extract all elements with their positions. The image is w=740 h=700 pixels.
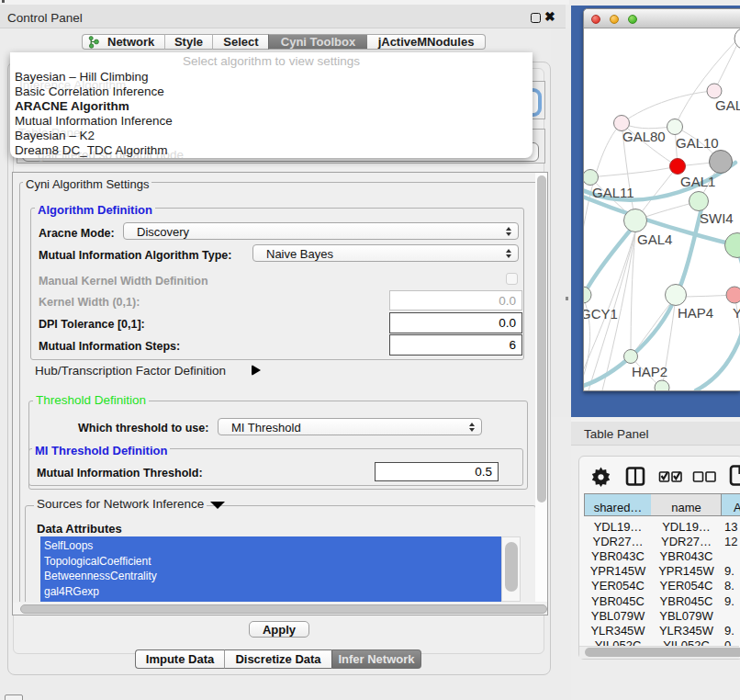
svg-text:HAP2: HAP2 [632,364,667,379]
svg-text:GAL4: GAL4 [637,231,672,247]
svg-text:Y: Y [733,305,740,321]
svg-text:SWI4: SWI4 [700,210,734,226]
svg-text:GAL1: GAL1 [680,174,715,189]
svg-text:HAP4: HAP4 [678,305,713,321]
svg-text:GCY1: GCY1 [584,306,618,322]
svg-text:GAL10: GAL10 [676,135,719,151]
svg-text:GAL: GAL [715,97,740,113]
svg-text:GAL80: GAL80 [622,129,666,144]
svg-text:GAL11: GAL11 [592,185,634,200]
